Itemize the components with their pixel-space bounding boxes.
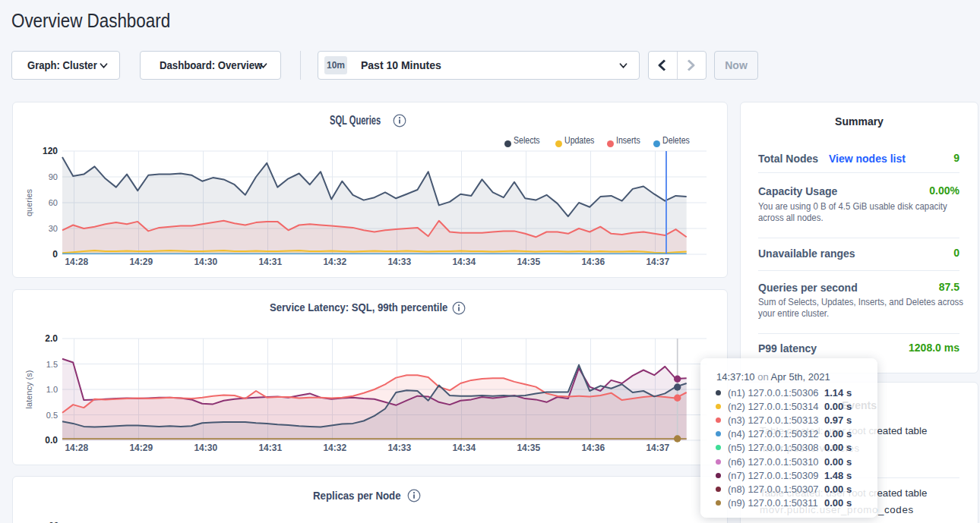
- svg-text:0: 0: [52, 249, 58, 260]
- svg-text:14:35: 14:35: [517, 257, 540, 267]
- svg-text:14:31: 14:31: [258, 257, 282, 267]
- svg-text:14:34: 14:34: [452, 257, 476, 267]
- svg-text:14:37: 14:37: [646, 257, 669, 267]
- svg-text:14:35: 14:35: [517, 443, 540, 453]
- svg-text:1.5: 1.5: [46, 360, 58, 369]
- svg-text:14:32: 14:32: [323, 443, 346, 453]
- svg-text:14:36: 14:36: [581, 443, 605, 453]
- svg-text:14:28: 14:28: [65, 443, 88, 453]
- svg-text:14:33: 14:33: [387, 257, 411, 267]
- svg-text:2.0: 2.0: [45, 333, 58, 344]
- svg-text:14:34: 14:34: [452, 443, 476, 453]
- svg-text:30: 30: [49, 224, 58, 233]
- svg-text:1.0: 1.0: [46, 385, 58, 394]
- svg-text:14:28: 14:28: [65, 257, 88, 267]
- svg-text:0.0: 0.0: [45, 435, 58, 446]
- svg-text:14:37: 14:37: [646, 443, 669, 453]
- svg-text:14:29: 14:29: [129, 257, 153, 267]
- svg-text:60: 60: [49, 198, 58, 207]
- svg-text:0.5: 0.5: [46, 411, 58, 420]
- svg-text:14:30: 14:30: [194, 257, 217, 267]
- svg-text:14:29: 14:29: [129, 443, 153, 453]
- svg-text:14:32: 14:32: [323, 257, 346, 267]
- svg-text:queries: queries: [24, 188, 33, 216]
- svg-text:120: 120: [43, 146, 58, 156]
- svg-text:14:30: 14:30: [194, 443, 217, 453]
- svg-text:latency (s): latency (s): [24, 370, 33, 409]
- svg-text:90: 90: [49, 172, 58, 181]
- svg-text:14:33: 14:33: [387, 443, 411, 453]
- svg-text:14:36: 14:36: [581, 257, 605, 267]
- svg-text:14:31: 14:31: [258, 443, 282, 453]
